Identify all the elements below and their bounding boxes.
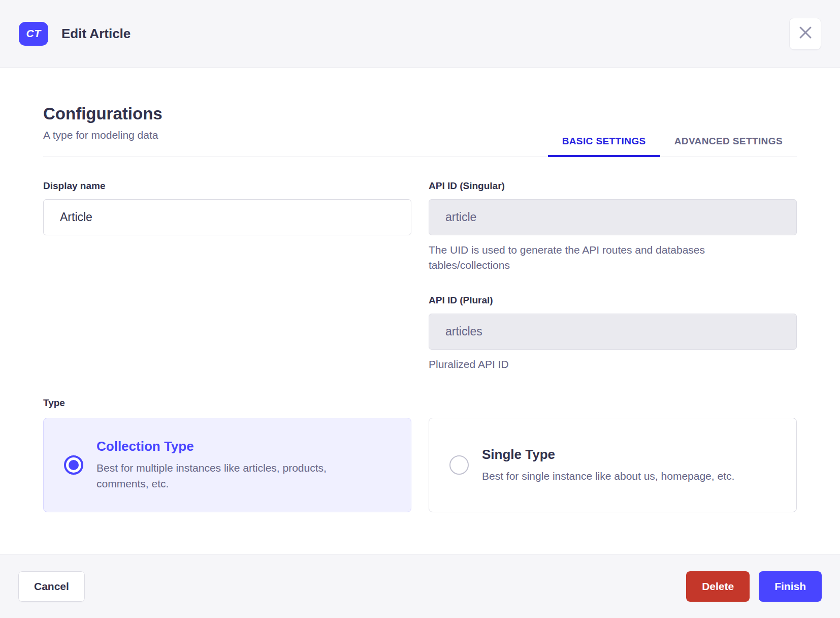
content-type-badge: CT: [19, 22, 48, 46]
configurations-header-row: Configurations A type for modeling data …: [43, 104, 797, 157]
footer-actions: Delete Finish: [686, 571, 822, 602]
collection-type-text: Collection Type Best for multiple instan…: [96, 439, 373, 491]
api-id-plural-hint: Pluralized API ID: [429, 357, 754, 372]
modal-header: CT Edit Article: [0, 0, 840, 68]
single-type-text: Single Type Best for single instance lik…: [482, 447, 734, 484]
page-subtitle: A type for modeling data: [43, 129, 163, 141]
api-id-singular-label: API ID (Singular): [429, 180, 797, 192]
tab-basic-settings[interactable]: BASIC SETTINGS: [548, 128, 660, 157]
modal-footer: Cancel Delete Finish: [0, 554, 840, 618]
form-right-column: API ID (Singular) The UID is used to gen…: [429, 180, 797, 372]
api-id-plural-field-group: API ID (Plural) Pluralized API ID: [429, 295, 797, 372]
close-icon: [799, 26, 812, 41]
collection-type-title: Collection Type: [96, 439, 373, 454]
delete-button[interactable]: Delete: [686, 571, 750, 602]
finish-button[interactable]: Finish: [759, 571, 822, 602]
display-name-input[interactable]: [43, 199, 411, 235]
tab-advanced-settings[interactable]: ADVANCED SETTINGS: [660, 128, 797, 157]
modal-body: Configurations A type for modeling data …: [0, 68, 840, 554]
type-label: Type: [43, 397, 797, 409]
display-name-field-group: Display name: [43, 180, 411, 235]
api-id-singular-hint: The UID is used to generate the API rout…: [429, 242, 754, 273]
close-button[interactable]: [789, 18, 821, 50]
content-type-badge-label: CT: [26, 27, 41, 40]
form-left-column: Display name: [43, 180, 411, 372]
type-section: Type Collection Type Best for multiple i…: [43, 397, 797, 512]
api-id-singular-input: [429, 199, 797, 235]
single-type-description: Best for single instance like about us, …: [482, 469, 734, 484]
radio-single-type[interactable]: [449, 455, 469, 475]
api-id-plural-label: API ID (Plural): [429, 295, 797, 306]
configuration-form: Display name API ID (Singular) The UID i…: [43, 180, 797, 372]
configurations-title-block: Configurations A type for modeling data: [43, 104, 163, 157]
type-options: Collection Type Best for multiple instan…: [43, 418, 797, 512]
api-id-singular-field-group: API ID (Singular) The UID is used to gen…: [429, 180, 797, 273]
modal-title: Edit Article: [61, 26, 131, 42]
display-name-label: Display name: [43, 180, 411, 192]
type-option-single-type[interactable]: Single Type Best for single instance lik…: [429, 418, 797, 512]
single-type-title: Single Type: [482, 447, 734, 462]
settings-tabs: BASIC SETTINGS ADVANCED SETTINGS: [548, 128, 797, 157]
cancel-button[interactable]: Cancel: [18, 571, 85, 602]
radio-collection-type[interactable]: [64, 455, 83, 475]
collection-type-description: Best for multiple instances like article…: [96, 460, 373, 491]
type-option-collection-type[interactable]: Collection Type Best for multiple instan…: [43, 418, 411, 512]
page-title: Configurations: [43, 104, 163, 123]
api-id-plural-input: [429, 314, 797, 350]
